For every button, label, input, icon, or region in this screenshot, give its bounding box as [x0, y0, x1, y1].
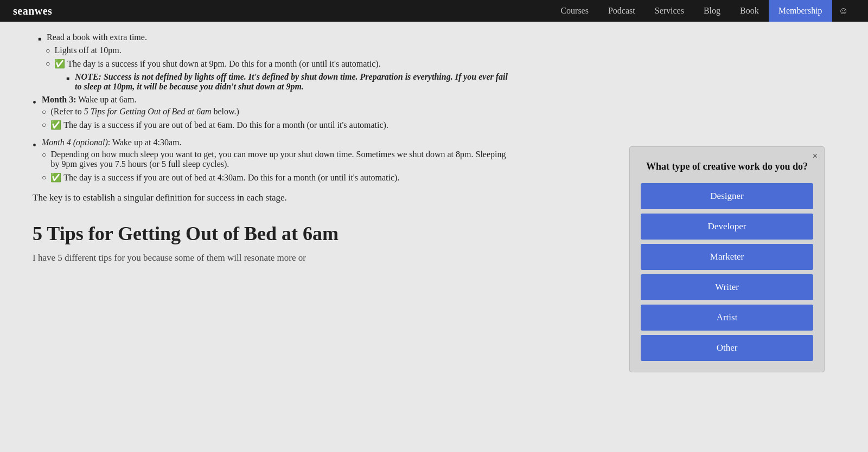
- list-item: ✅ The day is a success if you shut down …: [33, 59, 510, 69]
- list-item: ✅ The day is a success if you are out of…: [42, 172, 510, 183]
- list-item-month3: Month 3: Wake up at 6am. (Refer to 5 Tip…: [33, 95, 510, 133]
- artist-button[interactable]: Artist: [641, 305, 813, 331]
- navigation: seanwes Courses Podcast Services Blog Bo…: [0, 0, 868, 22]
- key-paragraph: The key is to establish a singular defin…: [33, 190, 510, 205]
- section-heading: 5 Tips for Getting Out of Bed at 6am: [33, 222, 510, 245]
- nav-link-courses[interactable]: Courses: [551, 0, 598, 22]
- brand-logo[interactable]: seanwes: [13, 5, 52, 17]
- nav-link-membership[interactable]: Membership: [769, 0, 832, 22]
- marketer-button[interactable]: Marketer: [641, 244, 813, 270]
- month4-sub-list: Depending on how much sleep you want to …: [42, 150, 510, 183]
- developer-button[interactable]: Developer: [641, 214, 813, 240]
- user-icon[interactable]: ☺: [832, 5, 855, 17]
- other-button[interactable]: Other: [641, 335, 813, 361]
- main-content: Read a book with extra time. Lights off …: [0, 22, 542, 287]
- list-item: ✅ The day is a success if you are out of…: [42, 120, 510, 130]
- month3-sub-list: (Refer to 5 Tips for Getting Out of Bed …: [42, 107, 510, 130]
- list-item: Lights off at 10pm.: [33, 46, 510, 55]
- popup-close-button[interactable]: ×: [813, 151, 818, 161]
- nav-link-blog[interactable]: Blog: [694, 0, 730, 22]
- list-item: Read a book with extra time.: [33, 33, 510, 42]
- list-item: (Refer to 5 Tips for Getting Out of Bed …: [42, 107, 510, 117]
- bottom-paragraph: I have 5 different tips for you because …: [33, 250, 510, 265]
- writer-button[interactable]: Writer: [641, 274, 813, 300]
- nav-link-services[interactable]: Services: [645, 0, 694, 22]
- checkmark-emoji: ✅: [54, 59, 65, 68]
- list-item-note: NOTE: Success is not defined by lights o…: [33, 72, 510, 92]
- popup-title: What type of creative work do you do?: [641, 160, 813, 173]
- list-item-month4: Month 4 (optional): Wake up at 4:30am. D…: [33, 138, 510, 186]
- list-item: Depending on how much sleep you want to …: [42, 150, 510, 169]
- nav-links: Courses Podcast Services Blog Book Membe…: [551, 0, 855, 22]
- nav-link-podcast[interactable]: Podcast: [598, 0, 645, 22]
- designer-button[interactable]: Designer: [641, 183, 813, 209]
- creative-work-popup: × What type of creative work do you do? …: [629, 146, 825, 372]
- nav-link-book[interactable]: Book: [730, 0, 769, 22]
